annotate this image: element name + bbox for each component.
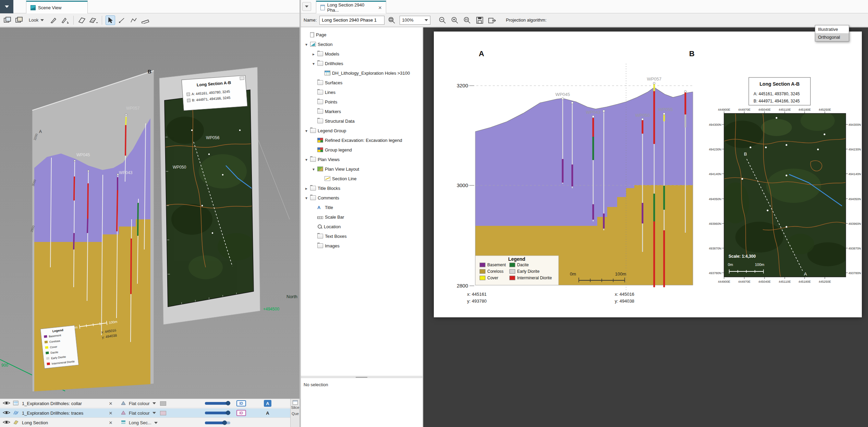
show-id-toggle[interactable]: ID: [236, 400, 246, 406]
tree-item-drillholes[interactable]: Drillholes: [301, 59, 422, 68]
close-tab-button[interactable]: [378, 5, 382, 11]
svg-text:Legend: Legend: [508, 256, 525, 262]
brush-tool-button[interactable]: [60, 15, 70, 25]
tree-item-section-line[interactable]: Section Line: [301, 174, 422, 183]
measure-ruler-button[interactable]: [140, 15, 150, 25]
opacity-slider[interactable]: [205, 422, 230, 424]
north-label: North: [286, 294, 297, 299]
opacity-slider[interactable]: [205, 412, 230, 414]
draw-pen-button[interactable]: [49, 15, 58, 25]
tree-item-section[interactable]: Section: [301, 39, 422, 49]
tree-item-legend-group[interactable]: Legend Group: [301, 126, 422, 135]
tree-item-location[interactable]: Location: [301, 222, 422, 231]
tree-item-text-boxes[interactable]: Text Boxes: [301, 231, 422, 241]
expand-chevron[interactable]: [304, 157, 308, 162]
tab-list-dropdown-button[interactable]: [302, 2, 311, 11]
tree-item-markers[interactable]: Markers: [301, 107, 422, 116]
svg-text:445040E: 445040E: [758, 280, 771, 283]
tab-list-dropdown-button[interactable]: [0, 0, 13, 13]
export-button[interactable]: [487, 15, 497, 25]
look-menu-button[interactable]: Look: [26, 15, 47, 25]
page-legend: Legend Basement Coreloss Cover Dacite Ea…: [475, 256, 559, 285]
shading-combo[interactable]: Flat colour: [129, 411, 156, 416]
layer-row-traces[interactable]: 1_Exploration Drillholes: traces Flat co…: [0, 408, 290, 418]
show-labels-toggle[interactable]: A: [264, 400, 271, 407]
expand-chevron[interactable]: [304, 42, 308, 47]
query-dock-tab[interactable]: Que: [291, 412, 299, 416]
zoom-level-combo[interactable]: 100%: [400, 16, 430, 25]
expand-chevron[interactable]: [304, 195, 308, 200]
tree-item-structural-data[interactable]: Structural Data: [301, 116, 422, 126]
svg-text:445110E: 445110E: [779, 108, 791, 111]
map-label-b: B: [744, 151, 747, 157]
selection-status-text: No selection: [304, 382, 328, 387]
slice-plane-button[interactable]: [77, 15, 87, 25]
tab-scene-view[interactable]: Scene View: [26, 1, 88, 13]
tree-item-dh-lithology[interactable]: DH_Lithology_Exploration Holes >3100: [301, 68, 422, 78]
tree-item-models[interactable]: Models: [301, 49, 422, 59]
remove-layer-button[interactable]: [109, 401, 112, 406]
scene-3d-viewport[interactable]: 900 +494500 North: [0, 27, 299, 399]
opacity-slider[interactable]: [205, 402, 230, 405]
svg-text:445180E: 445180E: [798, 280, 811, 283]
layout-page: A B 3200 3000 2800: [434, 32, 862, 317]
dropdown-option-orthogonal[interactable]: Orthogonal: [815, 33, 849, 41]
projection-algorithm-label: Projection algorithm:: [506, 17, 547, 23]
zoom-in-button[interactable]: [450, 15, 460, 25]
select-cursor-button[interactable]: [106, 15, 115, 25]
visibility-eye-icon[interactable]: [3, 419, 10, 426]
tree-item-title[interactable]: Title: [301, 203, 422, 212]
grid-tool-button[interactable]: [89, 15, 98, 25]
tree-item-points[interactable]: Points: [301, 97, 422, 107]
expand-chevron[interactable]: [304, 128, 308, 133]
expand-chevron[interactable]: [304, 186, 308, 191]
colour-swatch[interactable]: [160, 401, 166, 406]
save-scene-button[interactable]: [3, 15, 12, 25]
zoom-out-button[interactable]: [438, 15, 448, 25]
remove-layer-button[interactable]: [109, 420, 112, 426]
layout-canvas[interactable]: A B 3200 3000 2800: [423, 27, 868, 427]
expand-chevron[interactable]: [311, 61, 316, 66]
zoom-actual-size-button[interactable]: [463, 15, 472, 25]
shading-combo[interactable]: Flat colour: [129, 401, 156, 406]
layer-row-long-section[interactable]: Long Section Long Sec...: [0, 418, 290, 427]
tree-item-group-legend[interactable]: Group legend: [301, 145, 422, 155]
tree-item-page[interactable]: Page: [301, 30, 422, 39]
folder-icon: [317, 243, 323, 248]
section-end-coordinates: x: 445161 y: 493780 x: 445016 y: 494038: [467, 292, 634, 304]
expand-chevron[interactable]: [311, 167, 316, 172]
svg-text:3000: 3000: [457, 182, 468, 188]
tree-item-title-blocks[interactable]: Title Blocks: [301, 183, 422, 193]
tree-item-plan-views[interactable]: Plan Views: [301, 155, 422, 164]
visibility-eye-icon[interactable]: [3, 410, 10, 416]
folder-icon: [317, 119, 323, 123]
tree-item-comments[interactable]: Comments: [301, 193, 422, 203]
zoom-fit-button[interactable]: [387, 15, 397, 25]
chevron-down-icon: [305, 5, 308, 8]
slicer-dock-tab[interactable]: Slice: [291, 400, 299, 410]
show-labels-toggle[interactable]: A: [264, 410, 271, 416]
svg-text:x: 445161: x: 445161: [467, 292, 487, 297]
tree-item-refined-excavation-legend[interactable]: Refined Excavation: Excavation legend: [301, 135, 422, 145]
save-button[interactable]: [475, 15, 485, 25]
tree-item-images[interactable]: Images: [301, 241, 422, 251]
show-id-toggle[interactable]: ID: [236, 410, 246, 416]
draw-line-button[interactable]: [117, 15, 127, 25]
expand-chevron[interactable]: [311, 51, 316, 57]
section-name-input[interactable]: [319, 16, 384, 25]
visibility-eye-icon[interactable]: [3, 400, 10, 407]
colour-swatch[interactable]: [160, 411, 166, 415]
remove-layer-button[interactable]: [109, 410, 112, 416]
shading-combo[interactable]: Long Sec...: [129, 420, 158, 425]
dropdown-option-illustrative[interactable]: Illustrative: [815, 25, 849, 33]
layer-row-collar[interactable]: 1_Exploration Drillholes: collar Flat co…: [0, 399, 290, 408]
draw-polyline-button[interactable]: [129, 15, 138, 25]
scene-cube-icon: [30, 5, 36, 10]
restore-scene-button[interactable]: [14, 15, 24, 25]
tree-item-plan-view-layout[interactable]: Plan View Layout: [301, 164, 422, 174]
tree-item-scale-bar[interactable]: Scale Bar: [301, 212, 422, 222]
tree-item-surfaces[interactable]: Surfaces: [301, 78, 422, 87]
wp-label: WP056: [206, 135, 220, 140]
tab-long-section[interactable]: Long Section 2940 Pha...: [316, 1, 386, 13]
tree-item-lines[interactable]: Lines: [301, 87, 422, 97]
